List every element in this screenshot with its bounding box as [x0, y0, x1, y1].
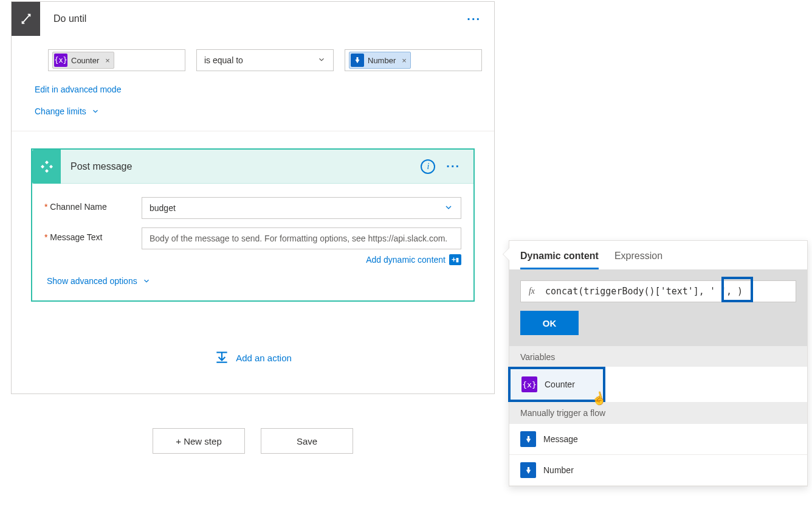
do-until-title: Do until [40, 13, 467, 24]
post-message-card: Post message i ··· * Channel Name budget… [31, 148, 475, 302]
do-until-card: Do until ··· {x} Counter × is equal to N… [11, 1, 495, 394]
left-token-label: Counter [71, 56, 99, 65]
post-message-title: Post message [61, 161, 421, 172]
info-icon[interactable]: i [421, 159, 435, 174]
channel-name-select[interactable]: budget [142, 197, 461, 219]
do-until-menu-icon[interactable]: ··· [467, 12, 494, 26]
fx-icon: fx [521, 286, 543, 296]
condition-row: {x} Counter × is equal to Number × [12, 36, 494, 78]
message-text-input[interactable]: Body of the message to send. For formatt… [142, 227, 461, 249]
new-step-button[interactable]: + New step [153, 428, 245, 454]
operator-label: is equal to [204, 55, 243, 65]
message-text-label: * Message Text [44, 227, 142, 242]
section-trigger: Manually trigger a flow [509, 402, 807, 424]
variable-icon: {x} [54, 54, 67, 67]
dynamic-item-counter[interactable]: {x} Counter [511, 369, 603, 400]
chevron-down-icon [444, 203, 453, 214]
remove-token-icon[interactable]: × [105, 56, 110, 65]
edit-advanced-link[interactable]: Edit in advanced mode [12, 78, 494, 100]
chevron-down-icon [142, 277, 151, 285]
tab-expression[interactable]: Expression [614, 251, 662, 269]
do-until-header[interactable]: Do until ··· [12, 2, 494, 36]
remove-token-icon[interactable]: × [402, 56, 407, 65]
trigger-icon [520, 462, 536, 478]
svg-line-0 [22, 15, 30, 24]
add-action-button[interactable]: Add an action [236, 353, 292, 363]
ok-button[interactable]: OK [520, 311, 579, 335]
chevron-down-icon [317, 55, 326, 66]
tab-dynamic-content[interactable]: Dynamic content [520, 251, 599, 269]
save-button[interactable]: Save [261, 428, 353, 454]
dynamic-item-message[interactable]: Message [509, 424, 807, 455]
variable-icon: {x} [521, 376, 537, 392]
counter-item-highlight: {x} Counter ☝ [508, 367, 605, 402]
right-token-label: Number [368, 56, 396, 65]
condition-right-input[interactable]: Number × [345, 49, 482, 71]
expression-input[interactable] [543, 281, 796, 302]
chevron-down-icon [91, 107, 100, 116]
add-dynamic-content-link[interactable]: Add dynamic content [366, 255, 446, 265]
do-until-icon [12, 2, 40, 36]
post-message-menu-icon[interactable]: ··· [446, 159, 473, 173]
channel-name-label: * Channel Name [44, 197, 142, 212]
dynamic-content-badge-icon: +▮ [449, 254, 461, 265]
change-limits-link[interactable]: Change limits [12, 100, 494, 122]
section-variables: Variables [509, 346, 807, 368]
post-message-header[interactable]: Post message i ··· [32, 150, 473, 184]
dynamic-item-number[interactable]: Number [509, 455, 807, 486]
expression-input-row: fx [520, 280, 796, 302]
trigger-icon [351, 54, 364, 67]
condition-operator-select[interactable]: is equal to [196, 49, 334, 71]
dynamic-content-panel: Dynamic content Expression fx OK Variabl… [509, 240, 808, 487]
show-advanced-options-link[interactable]: Show advanced options [44, 270, 461, 292]
add-action-icon [214, 349, 230, 367]
condition-left-input[interactable]: {x} Counter × [48, 49, 185, 71]
slack-icon [32, 150, 61, 184]
trigger-icon [520, 431, 536, 447]
